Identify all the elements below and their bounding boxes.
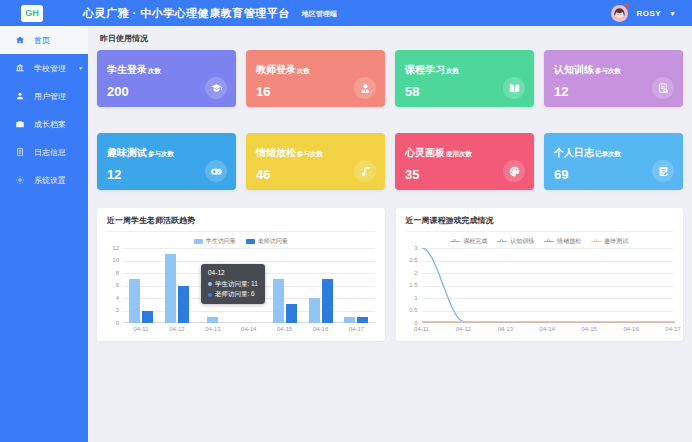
music-note-icon [354, 160, 376, 182]
archive-icon [15, 119, 25, 129]
bar-group [123, 279, 159, 323]
bar [344, 317, 355, 323]
main-content: 昨日使用情况 学生登录次数200教师登录次数16课程学习次数58认知训练参与次数… [88, 26, 692, 442]
legend-label: 趣味测试 [604, 237, 628, 246]
bar-chart: 024681012 04-12学生访问量: 11老师访问量: 6 [107, 248, 375, 323]
tooltip-line: 老师访问量: 6 [208, 289, 258, 300]
y-tick-label: 8 [116, 270, 119, 276]
sidebar-item-user-manage[interactable]: 用户管理 [0, 82, 88, 110]
legend-label: 认知训练 [510, 237, 534, 246]
bar-chart-y-axis: 024681012 [107, 248, 123, 323]
stat-card-title: 心灵画板使用次数 [405, 142, 524, 160]
x-tick-label: 04-16 [303, 326, 339, 332]
stat-card: 个人日志记录次数69 [544, 133, 683, 190]
bar [129, 279, 140, 323]
gamepad-icon [205, 160, 227, 182]
completion-panel: 近一周课程游戏完成情况 课程完成认知训练情绪放松趣味测试 00.511.522.… [396, 208, 684, 341]
y-tick-label: 2.5 [409, 257, 417, 263]
user-avatar[interactable] [611, 5, 628, 22]
bar-chart-title: 近一周学生老师活跃趋势 [107, 215, 375, 232]
legend-line-icon [450, 239, 460, 244]
document-search-icon [652, 77, 674, 99]
stat-cards-grid: 学生登录次数200教师登录次数16课程学习次数58认知训练参与次数12趣味测试参… [97, 50, 683, 190]
y-tick-label: 1 [414, 295, 417, 301]
sidebar-item-home[interactable]: 首页 [0, 26, 88, 54]
stat-card-title: 教师登录次数 [256, 59, 375, 77]
sidebar: 首页学校管理▼用户管理成长档案日志信息系统设置 [0, 26, 88, 442]
stat-card-title: 学生登录次数 [107, 59, 226, 77]
bar [286, 304, 297, 323]
chevron-down-icon: ▼ [78, 65, 83, 71]
palette-icon [503, 160, 525, 182]
stat-card-title: 情绪放松参与次数 [256, 142, 375, 160]
log-icon [15, 147, 25, 157]
x-tick-label: 04-13 [195, 326, 231, 332]
sidebar-item-school-manage[interactable]: 学校管理▼ [0, 54, 88, 82]
legend-item[interactable]: 认知训练 [497, 237, 534, 246]
x-tick-label: 04-17 [665, 326, 680, 332]
tooltip-line: 学生访问量: 11 [208, 279, 258, 290]
user-icon [15, 91, 25, 101]
legend-item[interactable]: 课程完成 [450, 237, 487, 246]
username[interactable]: ROSY [636, 9, 661, 18]
chart-panels: 近一周学生老师活跃趋势 学生访问量老师访问量 024681012 04-12学生… [97, 208, 683, 341]
y-tick-label: 1.5 [409, 282, 417, 288]
y-tick-label: 12 [112, 245, 119, 251]
line-chart-plot [422, 248, 674, 323]
legend-label: 课程完成 [463, 237, 487, 246]
activity-trend-panel: 近一周学生老师活跃趋势 学生访问量老师访问量 024681012 04-12学生… [97, 208, 385, 341]
bar [142, 311, 153, 324]
legend-swatch [246, 239, 255, 244]
y-tick-label: 4 [116, 295, 119, 301]
legend-item[interactable]: 老师访问量 [246, 237, 288, 246]
x-tick-label: 04-14 [540, 326, 555, 332]
legend-item[interactable]: 学生访问量 [194, 237, 236, 246]
sidebar-item-label: 成长档案 [34, 119, 66, 130]
app-window: GH 心灵广雅 · 中小学心理健康教育管理平台 地区管理端 ROSY ▼ 首页学… [0, 0, 692, 442]
stat-card: 趣味测试参与次数12 [97, 133, 236, 190]
x-tick-label: 04-11 [414, 326, 429, 332]
sidebar-item-growth-archive[interactable]: 成长档案 [0, 110, 88, 138]
bar [322, 279, 333, 323]
x-tick-label: 04-14 [231, 326, 267, 332]
x-tick-label: 04-12 [456, 326, 471, 332]
y-tick-label: 0 [116, 320, 119, 326]
legend-label: 情绪放松 [557, 237, 581, 246]
bar [309, 298, 320, 323]
sidebar-item-system-settings[interactable]: 系统设置 [0, 166, 88, 194]
chart-tooltip: 04-12学生访问量: 11老师访问量: 6 [201, 264, 265, 304]
legend-line-icon [591, 239, 601, 244]
y-tick-label: 0.5 [409, 307, 417, 313]
top-header: GH 心灵广雅 · 中小学心理健康教育管理平台 地区管理端 ROSY ▼ [0, 0, 692, 26]
y-tick-label: 10 [112, 257, 119, 263]
notification-dot [625, 4, 629, 8]
stat-card-title: 认知训练参与次数 [554, 59, 673, 77]
legend-item[interactable]: 情绪放松 [544, 237, 581, 246]
teacher-icon [354, 77, 376, 99]
stat-card-title: 个人日志记录次数 [554, 142, 673, 160]
legend-swatch [194, 239, 203, 244]
book-icon [503, 77, 525, 99]
sidebar-item-label: 用户管理 [34, 91, 66, 102]
school-icon [15, 63, 25, 73]
x-tick-label: 04-15 [581, 326, 596, 332]
bar-group [195, 317, 231, 323]
settings-icon [15, 175, 25, 185]
sidebar-item-log-info[interactable]: 日志信息 [0, 138, 88, 166]
line-chart: 00.511.522.53 [406, 248, 674, 323]
sidebar-item-label: 日志信息 [34, 147, 66, 158]
user-menu-chevron-down-icon[interactable]: ▼ [669, 10, 676, 17]
line-chart-y-axis: 00.511.522.53 [406, 248, 422, 323]
bar-chart-plot: 04-12学生访问量: 11老师访问量: 6 [123, 248, 375, 323]
legend-item[interactable]: 趣味测试 [591, 237, 628, 246]
stat-card: 学生登录次数200 [97, 50, 236, 107]
app-title: 心灵广雅 · 中小学心理健康教育管理平台 [83, 6, 290, 21]
stat-card: 课程学习次数58 [395, 50, 534, 107]
stat-card-title: 课程学习次数 [405, 59, 524, 77]
y-tick-label: 6 [116, 282, 119, 288]
line-series [422, 248, 675, 323]
app-logo: GH [21, 5, 43, 22]
bar [357, 317, 368, 323]
bar-group [267, 279, 303, 323]
y-tick-label: 2 [116, 307, 119, 313]
